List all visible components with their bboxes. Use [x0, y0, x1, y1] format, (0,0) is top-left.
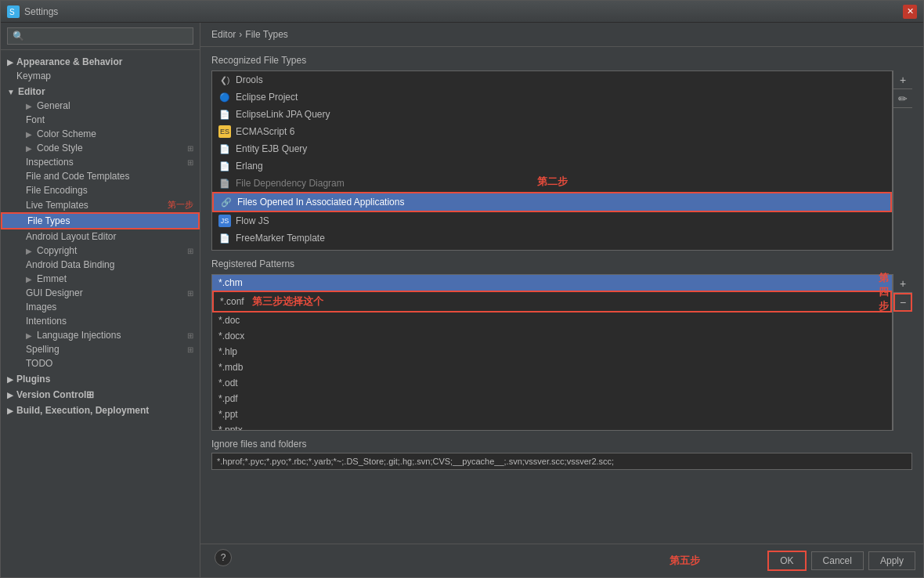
ft-edit-button[interactable]: ✏: [893, 89, 912, 108]
titlebar: S Settings ✕: [1, 1, 923, 23]
sidebar-item-copyright[interactable]: ▶ Copyright ⊞: [1, 244, 200, 258]
step1-annotation: 第一步: [168, 199, 193, 211]
files-opened-icon: 🔗: [220, 196, 233, 208]
ok-button[interactable]: OK: [767, 551, 806, 571]
ft-item-drools[interactable]: ❮) Drools: [212, 71, 892, 89]
ft-item-groovy[interactable]: 🟢 Groovy: [212, 247, 892, 251]
copyright-icon: ⊞: [187, 247, 193, 255]
sidebar-item-file-encodings[interactable]: File Encodings: [1, 183, 200, 197]
pattern-doc[interactable]: *.doc: [212, 312, 892, 328]
sidebar-item-plugins[interactable]: ▶ Plugins: [1, 370, 200, 386]
pat-add-button[interactable]: +: [893, 274, 912, 293]
pattern-pdf[interactable]: *.pdf: [212, 391, 892, 406]
apply-button[interactable]: Apply: [868, 551, 915, 570]
code-style-arrow: ▶: [26, 144, 35, 153]
window-bottom: ? 第五步 OK Cancel Apply: [200, 544, 923, 577]
cancel-button[interactable]: Cancel: [811, 551, 864, 570]
main-content: ▶ Appearance & Behavior Keymap ▼ Editor …: [1, 23, 923, 577]
sidebar-item-code-style[interactable]: ▶ Code Style ⊞: [1, 141, 200, 155]
editor-arrow: ▼: [7, 88, 15, 96]
pattern-mdb[interactable]: *.mdb: [212, 359, 892, 375]
patterns-list: *.chm *.conf 第三步选择这个 *.doc *.docx *.hlp …: [211, 274, 893, 431]
ft-item-eclipse[interactable]: 🔵 Eclipse Project: [212, 89, 892, 106]
ft-item-entity-ejb[interactable]: 📄 Entity EJB Query: [212, 140, 892, 157]
sidebar-item-file-code-templates[interactable]: File and Code Templates: [1, 169, 200, 183]
patterns-section: *.chm *.conf 第三步选择这个 *.doc *.docx *.hlp …: [211, 274, 912, 431]
ft-outer: ❮) Drools 🔵 Eclipse Project 📄 EclipseLin: [211, 70, 912, 251]
sidebar-item-spelling[interactable]: Spelling ⊞: [1, 342, 200, 356]
ft-add-button[interactable]: +: [893, 70, 912, 89]
sidebar-item-live-templates[interactable]: Live Templates 第一步: [1, 197, 200, 212]
pattern-conf[interactable]: *.conf 第三步选择这个: [212, 291, 892, 312]
expand-arrow: ▶: [7, 58, 13, 67]
vc-icon: ⊞: [86, 389, 94, 400]
pat-list-wrap: *.chm *.conf 第三步选择这个 *.doc *.docx *.hlp …: [211, 274, 893, 431]
sidebar-item-editor[interactable]: ▼ Editor: [1, 83, 200, 99]
sidebar-item-build[interactable]: ▶ Build, Execution, Deployment: [1, 402, 200, 417]
inspections-icon: ⊞: [187, 158, 193, 167]
pattern-ppt[interactable]: *.ppt: [212, 406, 892, 422]
ignore-input[interactable]: [211, 453, 912, 470]
svg-text:S: S: [9, 8, 15, 16]
build-arrow: ▶: [7, 406, 13, 415]
sidebar-item-version-control[interactable]: ▶ Version Control ⊞: [1, 386, 200, 402]
pattern-odt[interactable]: *.odt: [212, 375, 892, 391]
pat-minus-button[interactable]: −: [893, 293, 912, 312]
pat-buttons: + − 第四步: [893, 274, 912, 431]
help-button[interactable]: ?: [215, 549, 232, 566]
eclipselink-icon: 📄: [218, 108, 231, 121]
recognized-title: Recognized File Types: [211, 55, 912, 66]
lang-inject-arrow: ▶: [26, 331, 35, 340]
bottom-buttons: 第五步 OK Cancel Apply: [670, 551, 915, 571]
ft-buttons: + ✏: [893, 70, 912, 251]
sidebar-item-keymap[interactable]: Keymap: [1, 69, 200, 83]
pattern-docx[interactable]: *.docx: [212, 328, 892, 344]
step4-annotation: 第四步: [879, 271, 889, 313]
bottom-left: ?: [208, 549, 238, 573]
pattern-pptx[interactable]: *.pptx: [212, 422, 892, 431]
plugins-arrow: ▶: [7, 375, 13, 384]
color-scheme-arrow: ▶: [26, 130, 35, 139]
breadcrumb: Editor › File Types: [200, 23, 923, 47]
sidebar-item-font[interactable]: Font: [1, 113, 200, 127]
sidebar-item-appearance[interactable]: ▶ Appearance & Behavior: [1, 53, 200, 69]
step3-annotation: 第三步选择这个: [252, 294, 323, 309]
pattern-hlp[interactable]: *.hlp: [212, 344, 892, 359]
ft-list-wrap: ❮) Drools 🔵 Eclipse Project 📄 EclipseLin: [211, 70, 893, 251]
sidebar-item-inspections[interactable]: Inspections ⊞: [1, 155, 200, 169]
ft-item-eclipselink[interactable]: 📄 EclipseLink JPA Query: [212, 106, 892, 123]
search-input[interactable]: [7, 27, 193, 45]
close-button[interactable]: ✕: [903, 5, 917, 19]
sidebar-item-language-injections[interactable]: ▶ Language Injections ⊞: [1, 328, 200, 342]
ignore-section: Ignore files and folders: [211, 439, 912, 470]
search-box: [1, 23, 200, 50]
sidebar-item-general[interactable]: ▶ General: [1, 99, 200, 113]
app-icon: S: [7, 5, 20, 18]
code-style-icon: ⊞: [187, 144, 193, 153]
entity-ejb-icon: 📄: [218, 143, 231, 155]
window-title: Settings: [24, 6, 903, 17]
ft-item-files-opened[interactable]: 第二步 🔗 Files Opened In Associated Applica…: [212, 192, 892, 212]
sidebar-item-gui-designer[interactable]: GUI Designer ⊞: [1, 286, 200, 300]
main-panel: Editor › File Types Recognized File Type…: [200, 23, 923, 577]
settings-window: S Settings ✕ ▶ Appearance & Behavior Key…: [0, 0, 924, 578]
sidebar-item-color-scheme[interactable]: ▶ Color Scheme: [1, 127, 200, 141]
spelling-icon: ⊞: [187, 345, 193, 354]
sidebar-item-images[interactable]: Images: [1, 300, 200, 314]
ft-item-freemarker[interactable]: 📄 FreeMarker Template: [212, 229, 892, 247]
ecmascript-icon: ES: [218, 125, 231, 138]
sidebar-item-intentions[interactable]: Intentions: [1, 314, 200, 328]
emmet-arrow: ▶: [26, 275, 35, 284]
ft-item-ecmascript[interactable]: ES ECMAScript 6: [212, 123, 892, 140]
sidebar: ▶ Appearance & Behavior Keymap ▼ Editor …: [1, 23, 200, 577]
ft-item-flow[interactable]: JS Flow JS: [212, 212, 892, 229]
sidebar-item-emmet[interactable]: ▶ Emmet: [1, 272, 200, 286]
sidebar-item-todo[interactable]: TODO: [1, 356, 200, 370]
sidebar-item-file-types[interactable]: File Types: [1, 212, 200, 229]
copyright-arrow: ▶: [26, 247, 35, 255]
lang-inject-icon: ⊞: [187, 331, 193, 340]
sidebar-item-android-layout[interactable]: Android Layout Editor: [1, 229, 200, 244]
pattern-chm[interactable]: *.chm: [212, 275, 892, 291]
sidebar-item-android-binding[interactable]: Android Data Binding: [1, 258, 200, 272]
ft-item-erlang[interactable]: 📄 Erlang: [212, 157, 892, 175]
